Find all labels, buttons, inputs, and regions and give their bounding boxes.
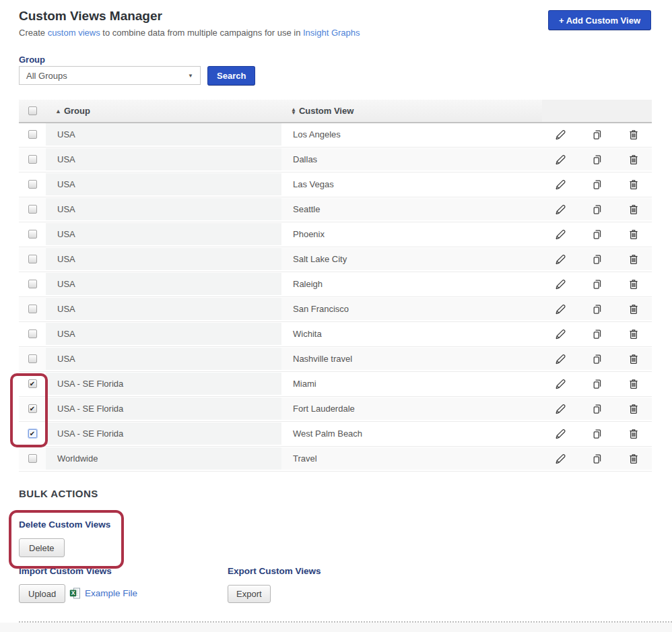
copy-button[interactable] <box>578 123 615 146</box>
edit-button[interactable] <box>542 323 578 345</box>
example-file-label: Example File <box>85 588 137 598</box>
copy-button[interactable] <box>578 173 615 195</box>
subtitle-text: to combine data from multiple campaigns … <box>100 28 303 38</box>
pencil-icon <box>554 453 566 465</box>
edit-button[interactable] <box>542 447 578 470</box>
row-checkbox-cell[interactable] <box>19 422 46 445</box>
example-file-link[interactable]: X Example File <box>69 588 137 599</box>
edit-button[interactable] <box>542 273 578 295</box>
row-view: Miami <box>281 373 542 395</box>
group-column-header[interactable]: ▲ Group <box>46 100 281 122</box>
row-checkbox-cell[interactable] <box>19 348 46 370</box>
edit-button[interactable] <box>542 123 578 146</box>
delete-row-button[interactable] <box>615 373 652 395</box>
copy-button[interactable] <box>578 223 615 245</box>
row-checkbox[interactable] <box>28 329 37 338</box>
edit-button[interactable] <box>542 223 578 245</box>
edit-button[interactable] <box>542 198 578 220</box>
upload-button[interactable]: Upload <box>19 584 65 603</box>
delete-row-button[interactable] <box>615 422 652 445</box>
trash-icon <box>628 278 640 290</box>
table-row: USA Phoenix <box>19 223 652 245</box>
delete-row-button[interactable] <box>615 273 652 295</box>
row-checkbox[interactable] <box>28 130 37 139</box>
svg-text:X: X <box>71 590 75 596</box>
edit-button[interactable] <box>542 248 578 270</box>
row-checkbox-cell[interactable] <box>19 198 46 220</box>
row-checkbox[interactable] <box>28 305 37 313</box>
delete-row-button[interactable] <box>615 323 652 345</box>
row-checkbox[interactable] <box>28 255 37 263</box>
copy-icon <box>591 228 603 241</box>
copy-button[interactable] <box>578 348 615 370</box>
delete-row-button[interactable] <box>615 348 652 370</box>
row-checkbox[interactable] <box>28 205 37 214</box>
row-checkbox-cell[interactable] <box>19 148 46 170</box>
table-row: USA - SE Florida Fort Lauderdale <box>19 398 652 420</box>
row-checkbox-cell[interactable] <box>19 298 46 320</box>
copy-button[interactable] <box>578 447 615 470</box>
row-group: USA <box>46 223 281 245</box>
edit-button[interactable] <box>542 298 578 320</box>
export-button[interactable]: Export <box>228 585 271 603</box>
row-checkbox-cell[interactable] <box>19 373 46 395</box>
custom-views-link[interactable]: custom views <box>48 28 100 38</box>
copy-button[interactable] <box>578 148 615 170</box>
copy-button[interactable] <box>578 422 615 445</box>
insight-graphs-link[interactable]: Insight Graphs <box>303 28 360 38</box>
delete-row-button[interactable] <box>615 198 652 220</box>
row-checkbox[interactable] <box>28 354 37 363</box>
edit-button[interactable] <box>542 398 578 420</box>
copy-icon <box>591 428 603 440</box>
copy-button[interactable] <box>578 373 615 395</box>
row-checkbox-cell[interactable] <box>19 248 46 270</box>
sort-ascending-icon: ▲ <box>55 108 61 115</box>
row-checkbox-cell[interactable] <box>19 398 46 420</box>
row-checkbox-cell[interactable] <box>19 447 46 470</box>
row-group: USA <box>46 198 281 220</box>
trash-icon <box>628 129 640 141</box>
copy-button[interactable] <box>578 323 615 345</box>
table-row: USA San Francisco <box>19 298 652 320</box>
delete-row-button[interactable] <box>615 398 652 420</box>
add-custom-view-button[interactable]: + Add Custom View <box>548 10 651 30</box>
row-checkbox[interactable] <box>28 379 37 388</box>
copy-button[interactable] <box>578 398 615 420</box>
row-checkbox-cell[interactable] <box>19 223 46 245</box>
row-checkbox[interactable] <box>28 404 37 413</box>
delete-row-button[interactable] <box>615 123 652 146</box>
edit-button[interactable] <box>542 422 578 445</box>
delete-row-button[interactable] <box>615 148 652 170</box>
delete-row-button[interactable] <box>615 223 652 245</box>
custom-view-column-header[interactable]: ▲▼ Custom View <box>281 100 542 122</box>
pencil-icon <box>554 378 566 390</box>
copy-button[interactable] <box>578 298 615 320</box>
edit-button[interactable] <box>542 148 578 170</box>
copy-button[interactable] <box>578 198 615 220</box>
row-checkbox-cell[interactable] <box>19 273 46 295</box>
row-checkbox[interactable] <box>28 454 37 463</box>
delete-row-button[interactable] <box>615 248 652 270</box>
row-checkbox[interactable] <box>28 180 37 189</box>
delete-row-button[interactable] <box>615 447 652 470</box>
row-checkbox-cell[interactable] <box>19 173 46 195</box>
delete-row-button[interactable] <box>615 298 652 320</box>
row-checkbox-cell[interactable] <box>19 123 46 146</box>
row-checkbox[interactable] <box>28 230 37 239</box>
row-checkbox[interactable] <box>28 155 37 164</box>
row-checkbox[interactable] <box>28 429 37 438</box>
delete-button[interactable]: Delete <box>19 538 65 557</box>
copy-button[interactable] <box>578 273 615 295</box>
group-select[interactable]: All Groups ▼ <box>19 66 201 85</box>
row-checkbox-cell[interactable] <box>19 323 46 345</box>
edit-button[interactable] <box>542 373 578 395</box>
row-checkbox[interactable] <box>28 280 37 288</box>
sort-icon: ▲▼ <box>291 108 296 115</box>
delete-row-button[interactable] <box>615 173 652 195</box>
edit-button[interactable] <box>542 348 578 370</box>
edit-button[interactable] <box>542 173 578 195</box>
select-all-checkbox[interactable] <box>28 106 37 115</box>
select-all-checkbox-cell[interactable] <box>19 100 46 122</box>
copy-button[interactable] <box>578 248 615 270</box>
search-button[interactable]: Search <box>207 66 255 86</box>
